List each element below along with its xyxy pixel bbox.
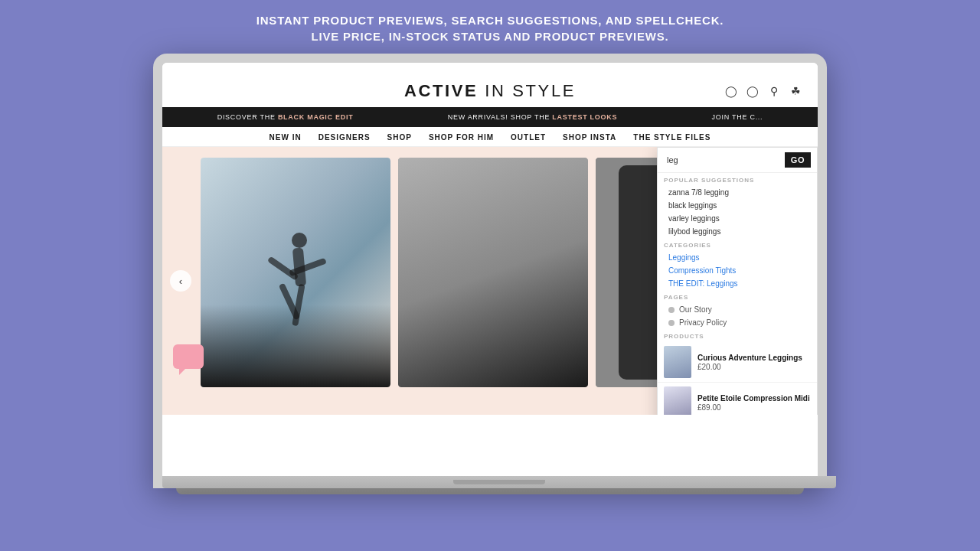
product-info-1: Curious Adventure Leggings £20.00 [697,353,811,371]
svg-point-0 [292,233,307,248]
svg-point-10 [488,312,546,340]
popular-suggestions-label: POPULAR SUGGESTIONS [658,173,817,186]
nav-designers[interactable]: DESIGNERS [318,133,371,142]
site-logo-area: ACTIVE IN STYLE ◯ ◯ ⚲ ☘ [178,73,802,107]
laptop-foot [176,488,804,494]
cart-icon[interactable]: ☘ [789,84,802,98]
chat-bubble[interactable] [173,344,204,369]
category-1[interactable]: Leggings [658,251,817,264]
header-icons: ◯ ◯ ⚲ ☘ [724,84,802,98]
nav-outlet[interactable]: OUTLET [511,133,546,142]
svg-rect-13 [494,303,532,318]
page-dot-2 [668,320,675,326]
svg-rect-9 [436,322,490,341]
suggestion-2[interactable]: black leggings [658,199,817,212]
page-2-label: Privacy Policy [679,318,727,327]
laptop-notch [453,480,545,484]
page-1[interactable]: Our Story [658,303,817,316]
headline-line2: LIVE PRICE, IN-STOCK STATUS AND PRODUCT … [15,30,965,43]
product-thumb-1 [664,346,691,378]
image-shoes [398,158,588,387]
shoes-visual [398,158,588,387]
nav-shop-for-him[interactable]: SHOP FOR HIM [429,133,494,142]
page-dot-1 [668,307,675,313]
yoga-silhouette [257,227,334,364]
svg-rect-11 [490,315,544,334]
logo-bold: ACTIVE [404,81,479,100]
page-2[interactable]: Privacy Policy [658,316,817,329]
svg-rect-6 [444,158,482,326]
product-name-1: Curious Adventure Leggings [697,353,811,363]
svg-point-8 [434,320,492,347]
products-label: PRODUCTS [658,329,817,342]
categories-label: CATEGORIES [658,238,817,251]
svg-rect-7 [498,158,536,311]
product-name-2: Petite Etoile Compression Midi [697,393,811,403]
promo-2[interactable]: NEW ARRIVALS! SHOP THE LASTEST LOOKS [448,113,617,121]
page-1-label: Our Story [679,305,712,314]
search-dropdown: GO POPULAR SUGGESTIONS zanna 7/8 legging… [657,147,818,415]
site-logo: ACTIVE IN STYLE [404,81,576,101]
laptop-base [162,476,836,488]
category-3[interactable]: THE EDIT: Leggings [658,277,817,290]
main-content: ‹ [162,147,818,415]
slider-prev-button[interactable]: ‹ [170,270,191,292]
search-input-row: GO [658,148,817,173]
headline-line1: INSTANT PRODUCT PREVIEWS, SEARCH SUGGEST… [15,14,965,27]
nav-new-in[interactable]: NEW IN [270,133,302,142]
svg-rect-12 [440,311,479,326]
laptop-screen: ACTIVE IN STYLE ◯ ◯ ⚲ ☘ DISCOVER THE BLA… [162,63,818,476]
logo-light: IN STYLE [478,81,576,100]
account-icon[interactable]: ◯ [724,84,738,98]
go-button[interactable]: GO [785,152,811,168]
product-item-1[interactable]: Curious Adventure Leggings £20.00 [658,342,817,383]
suggestion-1[interactable]: zanna 7/8 legging [658,186,817,199]
suggestion-3[interactable]: varley leggings [658,212,817,225]
help-icon[interactable]: ◯ [746,84,760,98]
nav-menu: NEW IN DESIGNERS SHOP SHOP FOR HIM OUTLE… [162,127,818,147]
product-thumb-2 [664,386,691,415]
nav-style-files[interactable]: THE STYLE FILES [633,133,710,142]
nav-shop[interactable]: SHOP [387,133,412,142]
product-item-2[interactable]: Petite Etoile Compression Midi £89.00 [658,383,817,415]
promo-nav: DISCOVER THE BLACK MAGIC EDIT NEW ARRIVA… [162,107,818,127]
search-input[interactable] [664,154,785,166]
suggestion-4[interactable]: lilybod leggings [658,225,817,238]
headline-area: INSTANT PRODUCT PREVIEWS, SEARCH SUGGEST… [0,0,980,54]
image-yoga [201,158,390,387]
promo-3[interactable]: JOIN THE C... [712,113,763,121]
promo-1[interactable]: DISCOVER THE BLACK MAGIC EDIT [217,113,354,121]
site-header: ACTIVE IN STYLE ◯ ◯ ⚲ ☘ [162,63,818,107]
pages-label: PAGES [658,290,817,303]
nav-shop-insta[interactable]: SHOP INSTA [563,133,616,142]
search-icon[interactable]: ⚲ [767,84,781,98]
laptop-frame: ACTIVE IN STYLE ◯ ◯ ⚲ ☘ DISCOVER THE BLA… [153,54,827,488]
category-2[interactable]: Compression Tights [658,264,817,277]
product-info-2: Petite Etoile Compression Midi £89.00 [697,393,811,412]
product-price-2: £89.00 [697,403,811,412]
product-price-1: £20.00 [697,363,811,371]
